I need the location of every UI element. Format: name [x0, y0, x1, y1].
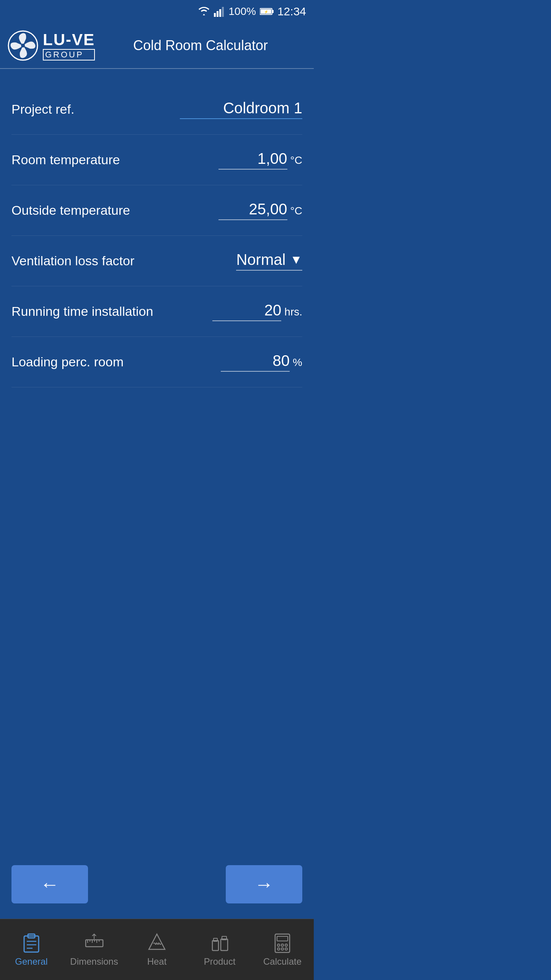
dropdown-arrow-icon: ▼ [290, 253, 302, 267]
general-icon [21, 932, 42, 953]
battery-icon: ⚡ [260, 8, 274, 15]
status-bar: 100% ⚡ 12:34 [0, 0, 314, 23]
forward-arrow-icon: → [254, 873, 274, 895]
tab-calculate[interactable]: Calculate [251, 919, 314, 980]
svg-rect-25 [221, 939, 228, 951]
navigation-buttons: ← → [0, 858, 314, 911]
outside-temp-value-container: °C [218, 201, 302, 220]
project-ref-label: Project ref. [11, 102, 74, 117]
heat-icon [147, 932, 168, 953]
battery-percent: 100% [228, 5, 256, 18]
svg-rect-3 [222, 7, 224, 17]
running-time-unit: hrs. [284, 306, 302, 318]
svg-point-29 [277, 944, 280, 946]
back-button[interactable]: ← [11, 865, 88, 903]
room-temp-row: Room temperature °C [11, 135, 302, 185]
outside-temp-label: Outside temperature [11, 203, 130, 218]
time-display: 12:34 [277, 5, 306, 18]
running-time-input[interactable] [212, 302, 281, 321]
tab-product-label: Product [204, 956, 236, 967]
tab-heat[interactable]: Heat [126, 919, 188, 980]
main-content: Project ref. Room temperature °C Outside… [0, 69, 314, 858]
calculate-icon [272, 932, 293, 953]
tab-general-label: General [15, 956, 47, 967]
back-arrow-icon: ← [40, 873, 59, 895]
tab-bar: General Dimensions Heat [0, 919, 314, 980]
running-time-label: Running time installation [11, 304, 153, 319]
outside-temp-unit: °C [290, 205, 302, 217]
loading-perc-input[interactable] [221, 352, 290, 372]
ventilation-dropdown[interactable]: Normal ▼ [236, 251, 302, 271]
room-temp-input[interactable] [218, 150, 287, 170]
loading-perc-row: Loading perc. room % [11, 337, 302, 387]
forward-button[interactable]: → [226, 865, 302, 903]
tab-calculate-label: Calculate [263, 956, 302, 967]
tab-heat-label: Heat [147, 956, 167, 967]
wifi-icon [198, 7, 210, 16]
dimensions-icon [84, 932, 105, 953]
project-ref-row: Project ref. [11, 84, 302, 135]
signal-icon [214, 6, 225, 17]
loading-perc-label: Loading perc. room [11, 354, 124, 369]
svg-rect-0 [214, 13, 216, 17]
tab-general[interactable]: General [0, 919, 63, 980]
logo-sub: GROUP [43, 49, 95, 60]
svg-rect-1 [217, 11, 218, 17]
logo: LU-VE GROUP [8, 30, 95, 61]
svg-point-9 [21, 44, 25, 47]
outside-temp-row: Outside temperature °C [11, 185, 302, 236]
ventilation-row: Ventilation loss factor Normal ▼ [11, 236, 302, 286]
running-time-row: Running time installation hrs. [11, 286, 302, 337]
tab-dimensions[interactable]: Dimensions [63, 919, 126, 980]
svg-point-33 [281, 948, 284, 950]
app-header: LU-VE GROUP Cold Room Calculator [0, 23, 314, 69]
svg-point-30 [281, 944, 284, 946]
svg-rect-6 [272, 10, 274, 13]
ventilation-label: Ventilation loss factor [11, 253, 134, 268]
svg-rect-28 [277, 936, 288, 941]
svg-rect-2 [219, 9, 221, 17]
status-icons: 100% ⚡ 12:34 [198, 5, 306, 18]
room-temp-label: Room temperature [11, 152, 120, 167]
product-icon [209, 932, 230, 953]
loading-perc-value-container: % [221, 352, 302, 372]
tab-dimensions-label: Dimensions [70, 956, 118, 967]
svg-rect-23 [212, 941, 218, 951]
room-temp-unit: °C [290, 154, 302, 167]
ventilation-value: Normal [236, 251, 285, 268]
tab-product[interactable]: Product [188, 919, 251, 980]
logo-text: LU-VE GROUP [43, 31, 95, 60]
project-ref-input[interactable] [180, 100, 302, 119]
svg-text:⚡: ⚡ [264, 10, 268, 14]
app-title: Cold Room Calculator [95, 38, 306, 54]
svg-point-31 [285, 944, 287, 946]
running-time-value-container: hrs. [212, 302, 302, 321]
svg-point-34 [285, 948, 287, 950]
loading-perc-unit: % [293, 356, 302, 369]
outside-temp-input[interactable] [218, 201, 287, 220]
svg-point-32 [277, 948, 280, 950]
logo-main: LU-VE [43, 31, 95, 49]
luve-logo-icon [8, 30, 38, 61]
room-temp-value-container: °C [218, 150, 302, 170]
